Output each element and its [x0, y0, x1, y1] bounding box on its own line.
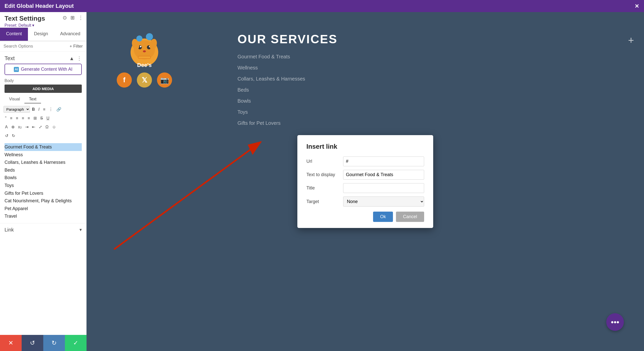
- link-section-title: Link: [5, 227, 14, 233]
- cancel-icon: ✕: [8, 339, 13, 346]
- emoji-button[interactable]: ☺: [51, 124, 58, 130]
- top-bar-title: Edit Global Header Layout: [5, 3, 639, 9]
- search-bar: + Filter: [0, 41, 86, 52]
- link-section[interactable]: Link ▾: [0, 223, 86, 236]
- undo-icon: ↺: [30, 339, 35, 346]
- text-section-collapse[interactable]: ▲: [69, 56, 74, 61]
- align-center-button[interactable]: ≡: [14, 115, 20, 122]
- tab-advanced[interactable]: Advanced: [54, 28, 86, 41]
- link-chevron-icon: ▾: [79, 227, 82, 232]
- indent-button[interactable]: ⇥: [24, 124, 30, 130]
- unordered-list-button[interactable]: ≡: [42, 106, 47, 113]
- strikethrough-button[interactable]: S: [39, 115, 45, 122]
- filter-button[interactable]: + Filter: [70, 44, 83, 49]
- toolbar-row4: ↺ ↻: [0, 131, 86, 140]
- redo-editor-button[interactable]: ↻: [10, 132, 17, 139]
- dialog-actions: Ok Cancel: [306, 212, 424, 222]
- undo-editor-button[interactable]: ↺: [4, 132, 10, 139]
- sidebar-spacer: [0, 236, 86, 246]
- italic-button[interactable]: I: [37, 106, 41, 113]
- editor-tabs: Visual Text: [5, 95, 82, 103]
- text-section-header: Text ▲ ⋮: [0, 52, 86, 64]
- align-justify-button[interactable]: ≡: [26, 115, 31, 122]
- toolbar-row3: A ⊗ x₂ ⇥ ⇤ ⤢ Ω ☺: [0, 123, 86, 131]
- subscript-button[interactable]: x₂: [17, 124, 23, 130]
- dialog-ok-button[interactable]: Ok: [373, 212, 393, 222]
- dialog-target-row: Target None _blank _self _parent _top: [306, 197, 424, 207]
- close-button[interactable]: ×: [635, 2, 639, 10]
- bottom-bar: ✕ ↺ ↻ ✓: [0, 335, 87, 351]
- fullscreen-button[interactable]: ⤢: [37, 124, 44, 130]
- content-item-collars: Collars, Leashes & Harnesses: [5, 159, 82, 166]
- redo-button[interactable]: ↻: [43, 335, 65, 351]
- dialog-overlay: Insert link Url Text to display Title: [87, 12, 644, 351]
- align-left-button[interactable]: ≡: [9, 115, 14, 122]
- sidebar-header: Text Settings Preset: Default ▾ ⊙ ⊞ ⋮: [0, 12, 86, 28]
- ai-button-label: Generate Content With AI: [21, 67, 72, 72]
- sidebar-tabs: Content Design Advanced: [0, 28, 86, 41]
- content-item-apparel: Pet Apparel: [5, 205, 82, 213]
- dialog-title-row: Title: [306, 183, 424, 193]
- dialog-target-label: Target: [306, 199, 339, 204]
- text-section-menu[interactable]: ⋮: [77, 55, 82, 61]
- redo-icon: ↻: [52, 339, 57, 346]
- dialog-text-label: Text to display: [306, 172, 339, 177]
- dialog-text-input[interactable]: [343, 170, 424, 180]
- ai-generate-button[interactable]: AI Generate Content With AI: [5, 64, 82, 75]
- align-right-button[interactable]: ≡: [20, 115, 25, 122]
- layout-icon[interactable]: ⊞: [70, 15, 75, 21]
- special-char-button[interactable]: Ω: [44, 124, 50, 130]
- preview-area: Dee's ORGANIC PET FOOD f 𝕏 📷 OUR SERVICE…: [87, 12, 644, 351]
- dialog-url-input[interactable]: [343, 157, 424, 166]
- link-button[interactable]: 🔗: [55, 106, 63, 113]
- dialog-title: Insert link: [306, 143, 424, 150]
- table-button[interactable]: ⊞: [32, 115, 38, 122]
- add-media-button[interactable]: ADD MEDIA: [5, 85, 82, 93]
- main-layout: Text Settings Preset: Default ▾ ⊙ ⊞ ⋮ Co…: [0, 12, 644, 351]
- tab-design[interactable]: Design: [28, 28, 54, 41]
- toolbar-row1: Paragraph B I ≡ ⋮ 🔗: [0, 105, 86, 114]
- top-bar: Edit Global Header Layout ×: [0, 0, 644, 12]
- content-highlight-item[interactable]: Gourmet Food & Treats: [5, 143, 82, 151]
- underline-button[interactable]: U: [45, 115, 51, 122]
- ordered-list-button[interactable]: ⋮: [47, 106, 54, 113]
- editor-tab-text[interactable]: Text: [24, 95, 41, 103]
- search-input[interactable]: [4, 44, 68, 49]
- content-item-toys: Toys: [5, 182, 82, 189]
- more-options-icon[interactable]: ⋮: [78, 15, 83, 21]
- font-color-button[interactable]: A: [4, 124, 9, 130]
- dialog-target-select[interactable]: None _blank _self _parent _top: [343, 197, 424, 207]
- blockquote-button[interactable]: ": [4, 115, 8, 122]
- content-item-wellness: Wellness: [5, 151, 82, 159]
- save-button[interactable]: ✓: [65, 335, 87, 351]
- content-item-cat: Cat Nourishment, Play & Delights: [5, 197, 82, 205]
- outdent-button[interactable]: ⇤: [30, 124, 37, 130]
- insert-link-dialog: Insert link Url Text to display Title: [297, 135, 433, 228]
- sidebar: Text Settings Preset: Default ▾ ⊙ ⊞ ⋮ Co…: [0, 12, 87, 351]
- content-area[interactable]: Gourmet Food & Treats Wellness Collars, …: [0, 140, 86, 223]
- bold-button[interactable]: B: [30, 106, 36, 113]
- dialog-title-label: Title: [306, 185, 339, 191]
- content-item-travel: Travel: [5, 212, 82, 220]
- toolbar-row2: " ≡ ≡ ≡ ≡ ⊞ S U: [0, 114, 86, 123]
- settings-icon[interactable]: ⊙: [63, 15, 67, 21]
- body-label: Body: [0, 79, 86, 85]
- cancel-button[interactable]: ✕: [0, 335, 22, 351]
- dialog-url-label: Url: [306, 159, 339, 164]
- save-icon: ✓: [73, 339, 78, 346]
- dialog-title-input[interactable]: [343, 183, 424, 193]
- editor-tab-visual[interactable]: Visual: [5, 95, 24, 103]
- sidebar-header-icons: ⊙ ⊞ ⋮: [63, 15, 83, 21]
- sidebar-title: Text Settings: [5, 15, 45, 22]
- sidebar-preset[interactable]: Preset: Default ▾: [5, 23, 45, 28]
- right-panel: Dee's ORGANIC PET FOOD f 𝕏 📷 OUR SERVICE…: [87, 12, 644, 351]
- paragraph-select[interactable]: Paragraph: [4, 106, 30, 113]
- dialog-cancel-button[interactable]: Cancel: [396, 212, 424, 222]
- content-item-bowls: Bowls: [5, 174, 82, 182]
- clear-format-button[interactable]: ⊗: [10, 124, 16, 130]
- undo-button[interactable]: ↺: [22, 335, 43, 351]
- tab-content[interactable]: Content: [0, 28, 28, 41]
- dialog-text-row: Text to display: [306, 170, 424, 180]
- content-item-beds: Beds: [5, 166, 82, 174]
- bottom-bar-container: ✕ ↺ ↻ ✓: [0, 335, 87, 351]
